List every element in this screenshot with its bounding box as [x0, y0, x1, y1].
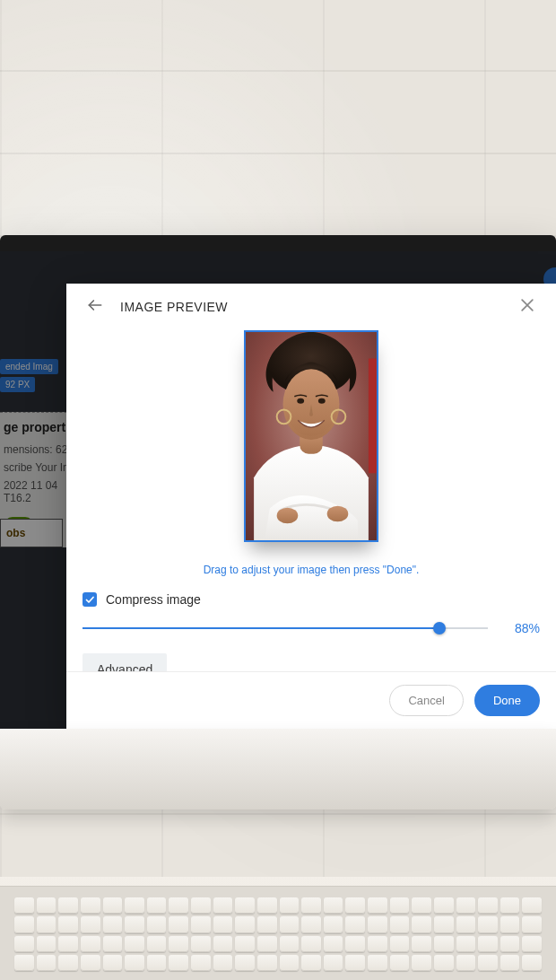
jobs-tab-bg: obs	[6, 527, 56, 539]
done-button[interactable]: Done	[474, 685, 540, 716]
close-icon[interactable]	[515, 293, 540, 321]
keyboard	[0, 886, 556, 980]
screen: ended Imag 92 PX ge propert mensions: 62…	[0, 251, 556, 729]
svg-rect-14	[369, 358, 377, 473]
recommended-pill: ended Imag	[0, 359, 58, 374]
compress-checkbox[interactable]	[83, 592, 97, 607]
modal-title: IMAGE PREVIEW	[120, 300, 228, 314]
svg-point-4	[277, 508, 299, 524]
svg-point-12	[297, 398, 304, 404]
compress-slider[interactable]	[83, 619, 488, 637]
advanced-button[interactable]: Advanced	[83, 653, 167, 671]
compress-label: Compress image	[106, 592, 201, 607]
preview-photo[interactable]	[246, 332, 377, 540]
slider-value: 88%	[502, 621, 540, 635]
back-arrow-icon[interactable]	[83, 293, 108, 321]
cancel-button[interactable]: Cancel	[389, 685, 463, 716]
recommended-pill-line2: 92 PX	[0, 377, 35, 392]
monitor: ended Imag 92 PX ge propert mensions: 62…	[0, 235, 556, 809]
drag-hint-text: Drag to adjust your image then press "Do…	[83, 564, 540, 576]
svg-point-5	[327, 506, 349, 522]
svg-point-13	[318, 398, 326, 404]
image-preview-modal: IMAGE PREVIEW	[66, 284, 556, 729]
image-crop-frame[interactable]	[244, 330, 378, 542]
modal-footer: Cancel Done	[66, 671, 556, 729]
desk-surface	[0, 877, 556, 980]
modal-header: IMAGE PREVIEW	[66, 284, 556, 330]
